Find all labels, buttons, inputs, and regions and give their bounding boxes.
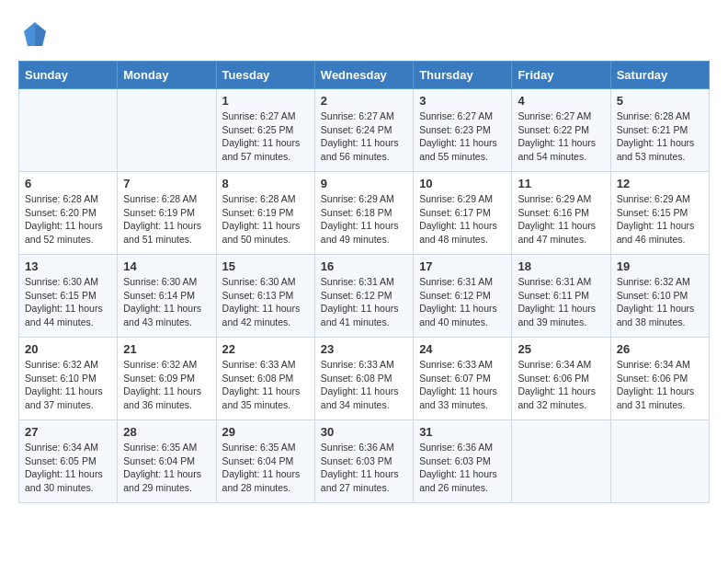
- calendar-header-row: SundayMondayTuesdayWednesdayThursdayFrid…: [19, 62, 710, 89]
- calendar-cell: [19, 89, 118, 172]
- day-info: Sunrise: 6:34 AMSunset: 6:05 PMDaylight:…: [25, 441, 111, 495]
- day-number: 1: [222, 94, 309, 108]
- day-number: 22: [222, 342, 309, 356]
- weekday-header-wednesday: Wednesday: [314, 62, 413, 89]
- day-info: Sunrise: 6:29 AMSunset: 6:17 PMDaylight:…: [419, 192, 506, 247]
- calendar-cell: 8Sunrise: 6:28 AMSunset: 6:19 PMDaylight…: [216, 172, 314, 255]
- day-info: Sunrise: 6:36 AMSunset: 6:03 PMDaylight:…: [321, 441, 407, 495]
- day-number: 28: [123, 425, 210, 439]
- day-info: Sunrise: 6:35 AMSunset: 6:04 PMDaylight:…: [123, 441, 210, 495]
- day-number: 31: [419, 425, 506, 439]
- calendar-cell: 11Sunrise: 6:29 AMSunset: 6:16 PMDayligh…: [512, 172, 610, 255]
- day-number: 12: [617, 177, 703, 190]
- calendar-week-5: 27Sunrise: 6:34 AMSunset: 6:05 PMDayligh…: [19, 420, 710, 503]
- calendar-week-3: 13Sunrise: 6:30 AMSunset: 6:15 PMDayligh…: [19, 255, 710, 338]
- day-number: 17: [419, 259, 506, 273]
- calendar-cell: 1Sunrise: 6:27 AMSunset: 6:25 PMDaylight…: [216, 89, 314, 172]
- day-info: Sunrise: 6:33 AMSunset: 6:07 PMDaylight:…: [419, 358, 506, 412]
- calendar-cell: 28Sunrise: 6:35 AMSunset: 6:04 PMDayligh…: [118, 420, 216, 503]
- calendar-cell: 26Sunrise: 6:34 AMSunset: 6:06 PMDayligh…: [610, 338, 709, 420]
- day-number: 27: [25, 425, 111, 439]
- day-number: 14: [123, 259, 210, 273]
- calendar-table: SundayMondayTuesdayWednesdayThursdayFrid…: [18, 61, 710, 503]
- day-info: Sunrise: 6:27 AMSunset: 6:25 PMDaylight:…: [222, 109, 309, 164]
- calendar-cell: 18Sunrise: 6:31 AMSunset: 6:11 PMDayligh…: [512, 255, 610, 338]
- day-number: 19: [617, 259, 703, 273]
- calendar-week-4: 20Sunrise: 6:32 AMSunset: 6:10 PMDayligh…: [19, 338, 710, 420]
- day-info: Sunrise: 6:30 AMSunset: 6:13 PMDaylight:…: [222, 275, 309, 329]
- day-info: Sunrise: 6:29 AMSunset: 6:16 PMDaylight:…: [518, 192, 604, 247]
- day-info: Sunrise: 6:28 AMSunset: 6:21 PMDaylight:…: [617, 109, 703, 164]
- calendar-cell: 2Sunrise: 6:27 AMSunset: 6:24 PMDaylight…: [314, 89, 413, 172]
- weekday-header-tuesday: Tuesday: [216, 62, 314, 89]
- calendar-cell: 17Sunrise: 6:31 AMSunset: 6:12 PMDayligh…: [414, 255, 512, 338]
- day-number: 16: [321, 259, 407, 273]
- calendar-cell: 14Sunrise: 6:30 AMSunset: 6:14 PMDayligh…: [118, 255, 216, 338]
- day-number: 21: [123, 342, 210, 356]
- day-info: Sunrise: 6:31 AMSunset: 6:12 PMDaylight:…: [321, 275, 407, 329]
- day-info: Sunrise: 6:27 AMSunset: 6:24 PMDaylight:…: [321, 109, 407, 164]
- day-number: 4: [518, 94, 604, 108]
- calendar-cell: [610, 420, 709, 503]
- day-info: Sunrise: 6:27 AMSunset: 6:22 PMDaylight:…: [518, 109, 604, 164]
- day-info: Sunrise: 6:29 AMSunset: 6:15 PMDaylight:…: [617, 192, 703, 247]
- day-info: Sunrise: 6:30 AMSunset: 6:15 PMDaylight:…: [25, 275, 111, 329]
- day-info: Sunrise: 6:28 AMSunset: 6:19 PMDaylight:…: [222, 192, 309, 247]
- day-info: Sunrise: 6:27 AMSunset: 6:23 PMDaylight:…: [419, 109, 506, 164]
- day-number: 6: [25, 177, 111, 190]
- calendar-cell: 19Sunrise: 6:32 AMSunset: 6:10 PMDayligh…: [610, 255, 709, 338]
- calendar-cell: 12Sunrise: 6:29 AMSunset: 6:15 PMDayligh…: [610, 172, 709, 255]
- calendar-cell: [118, 89, 216, 172]
- weekday-header-friday: Friday: [512, 62, 610, 89]
- day-number: 20: [25, 342, 111, 356]
- calendar-cell: 22Sunrise: 6:33 AMSunset: 6:08 PMDayligh…: [216, 338, 314, 420]
- calendar-cell: 5Sunrise: 6:28 AMSunset: 6:21 PMDaylight…: [610, 89, 709, 172]
- page-header: [18, 18, 710, 52]
- day-number: 24: [419, 342, 506, 356]
- calendar-cell: 23Sunrise: 6:33 AMSunset: 6:08 PMDayligh…: [314, 338, 413, 420]
- calendar-cell: 20Sunrise: 6:32 AMSunset: 6:10 PMDayligh…: [19, 338, 118, 420]
- day-info: Sunrise: 6:35 AMSunset: 6:04 PMDaylight:…: [222, 441, 309, 495]
- day-info: Sunrise: 6:33 AMSunset: 6:08 PMDaylight:…: [321, 358, 407, 412]
- day-info: Sunrise: 6:34 AMSunset: 6:06 PMDaylight:…: [617, 358, 703, 412]
- calendar-cell: 25Sunrise: 6:34 AMSunset: 6:06 PMDayligh…: [512, 338, 610, 420]
- day-info: Sunrise: 6:32 AMSunset: 6:10 PMDaylight:…: [617, 275, 703, 329]
- day-number: 13: [25, 259, 111, 273]
- day-info: Sunrise: 6:28 AMSunset: 6:20 PMDaylight:…: [25, 192, 111, 247]
- calendar-cell: 15Sunrise: 6:30 AMSunset: 6:13 PMDayligh…: [216, 255, 314, 338]
- calendar-cell: 9Sunrise: 6:29 AMSunset: 6:18 PMDaylight…: [314, 172, 413, 255]
- day-number: 5: [617, 94, 703, 108]
- logo-icon: [18, 18, 51, 52]
- day-info: Sunrise: 6:31 AMSunset: 6:12 PMDaylight:…: [419, 275, 506, 329]
- calendar-cell: 30Sunrise: 6:36 AMSunset: 6:03 PMDayligh…: [314, 420, 413, 503]
- day-info: Sunrise: 6:29 AMSunset: 6:18 PMDaylight:…: [321, 192, 407, 247]
- day-info: Sunrise: 6:36 AMSunset: 6:03 PMDaylight:…: [419, 441, 506, 495]
- day-number: 9: [321, 177, 407, 190]
- svg-marker-2: [35, 26, 46, 46]
- day-info: Sunrise: 6:34 AMSunset: 6:06 PMDaylight:…: [518, 358, 604, 412]
- weekday-header-monday: Monday: [118, 62, 216, 89]
- day-number: 3: [419, 94, 506, 108]
- calendar-cell: 13Sunrise: 6:30 AMSunset: 6:15 PMDayligh…: [19, 255, 118, 338]
- weekday-header-sunday: Sunday: [19, 62, 118, 89]
- calendar-week-1: 1Sunrise: 6:27 AMSunset: 6:25 PMDaylight…: [19, 89, 710, 172]
- day-number: 18: [518, 259, 604, 273]
- day-number: 2: [321, 94, 407, 108]
- day-info: Sunrise: 6:33 AMSunset: 6:08 PMDaylight:…: [222, 358, 309, 412]
- calendar-cell: 29Sunrise: 6:35 AMSunset: 6:04 PMDayligh…: [216, 420, 314, 503]
- calendar-week-2: 6Sunrise: 6:28 AMSunset: 6:20 PMDaylight…: [19, 172, 710, 255]
- calendar-cell: 24Sunrise: 6:33 AMSunset: 6:07 PMDayligh…: [414, 338, 512, 420]
- day-number: 23: [321, 342, 407, 356]
- day-number: 29: [222, 425, 309, 439]
- day-info: Sunrise: 6:32 AMSunset: 6:09 PMDaylight:…: [123, 358, 210, 412]
- calendar-cell: 3Sunrise: 6:27 AMSunset: 6:23 PMDaylight…: [414, 89, 512, 172]
- calendar-cell: 10Sunrise: 6:29 AMSunset: 6:17 PMDayligh…: [414, 172, 512, 255]
- day-info: Sunrise: 6:28 AMSunset: 6:19 PMDaylight:…: [123, 192, 210, 247]
- calendar-cell: 4Sunrise: 6:27 AMSunset: 6:22 PMDaylight…: [512, 89, 610, 172]
- calendar-cell: 7Sunrise: 6:28 AMSunset: 6:19 PMDaylight…: [118, 172, 216, 255]
- day-number: 30: [321, 425, 407, 439]
- day-number: 15: [222, 259, 309, 273]
- day-info: Sunrise: 6:31 AMSunset: 6:11 PMDaylight:…: [518, 275, 604, 329]
- weekday-header-thursday: Thursday: [414, 62, 512, 89]
- calendar-cell: 21Sunrise: 6:32 AMSunset: 6:09 PMDayligh…: [118, 338, 216, 420]
